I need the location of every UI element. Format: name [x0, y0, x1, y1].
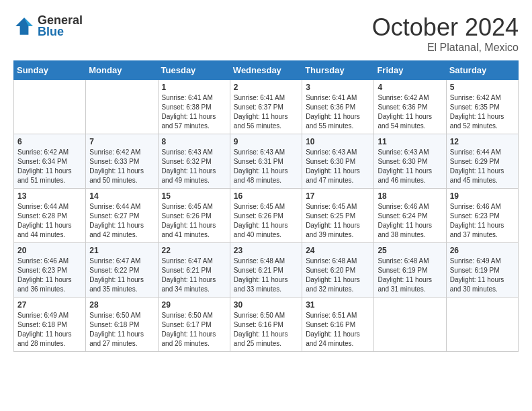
weekday-header-friday: Friday: [374, 61, 446, 80]
day-number: 29: [162, 300, 226, 310]
day-number: 22: [162, 246, 226, 255]
day-info: Sunrise: 6:42 AMSunset: 6:36 PMDaylight:…: [378, 93, 442, 131]
day-number: 27: [17, 300, 82, 310]
day-info: Sunrise: 6:50 AMSunset: 6:17 PMDaylight:…: [162, 311, 226, 349]
location: El Platanal, Mexico: [372, 42, 519, 54]
day-info: Sunrise: 6:41 AMSunset: 6:38 PMDaylight:…: [162, 93, 226, 131]
day-number: 15: [162, 191, 226, 201]
day-cell: 12Sunrise: 6:44 AMSunset: 6:29 PMDayligh…: [446, 134, 518, 189]
day-cell: 1Sunrise: 6:41 AMSunset: 6:38 PMDaylight…: [158, 80, 230, 134]
day-info: Sunrise: 6:46 AMSunset: 6:23 PMDaylight:…: [17, 257, 82, 294]
day-info: Sunrise: 6:49 AMSunset: 6:18 PMDaylight:…: [17, 311, 82, 349]
weekday-header-tuesday: Tuesday: [158, 61, 230, 80]
logo: General Blue: [13, 13, 83, 39]
day-info: Sunrise: 6:44 AMSunset: 6:29 PMDaylight:…: [450, 148, 515, 185]
day-cell: 21Sunrise: 6:47 AMSunset: 6:22 PMDayligh…: [86, 243, 158, 298]
day-number: 21: [89, 246, 154, 255]
day-cell: 6Sunrise: 6:42 AMSunset: 6:34 PMDaylight…: [14, 134, 86, 189]
day-number: 31: [306, 300, 370, 310]
day-info: Sunrise: 6:45 AMSunset: 6:26 PMDaylight:…: [234, 202, 298, 240]
weekday-header-monday: Monday: [86, 61, 158, 80]
day-cell: 11Sunrise: 6:43 AMSunset: 6:30 PMDayligh…: [374, 134, 446, 189]
day-info: Sunrise: 6:50 AMSunset: 6:18 PMDaylight:…: [89, 311, 154, 349]
day-number: 5: [450, 83, 515, 92]
weekday-header-row: SundayMondayTuesdayWednesdayThursdayFrid…: [14, 61, 519, 80]
week-row-2: 6Sunrise: 6:42 AMSunset: 6:34 PMDaylight…: [14, 134, 519, 189]
week-row-5: 27Sunrise: 6:49 AMSunset: 6:18 PMDayligh…: [14, 298, 519, 352]
day-number: 6: [17, 137, 82, 146]
day-number: 28: [89, 300, 154, 310]
day-info: Sunrise: 6:47 AMSunset: 6:22 PMDaylight:…: [89, 257, 154, 294]
day-number: 2: [234, 83, 298, 92]
weekday-header-saturday: Saturday: [446, 61, 518, 80]
day-info: Sunrise: 6:49 AMSunset: 6:19 PMDaylight:…: [450, 257, 515, 294]
day-number: 30: [234, 300, 298, 310]
day-number: 20: [17, 246, 82, 255]
day-cell: 10Sunrise: 6:43 AMSunset: 6:30 PMDayligh…: [302, 134, 374, 189]
day-info: Sunrise: 6:41 AMSunset: 6:37 PMDaylight:…: [234, 93, 298, 131]
day-cell: 3Sunrise: 6:41 AMSunset: 6:36 PMDaylight…: [302, 80, 374, 134]
day-cell: 25Sunrise: 6:48 AMSunset: 6:19 PMDayligh…: [374, 243, 446, 298]
day-number: 1: [162, 83, 226, 92]
day-info: Sunrise: 6:43 AMSunset: 6:30 PMDaylight:…: [378, 148, 442, 185]
logo-text: General Blue: [38, 13, 83, 39]
day-number: 25: [378, 246, 442, 255]
day-cell: 30Sunrise: 6:50 AMSunset: 6:16 PMDayligh…: [230, 298, 302, 352]
day-info: Sunrise: 6:48 AMSunset: 6:19 PMDaylight:…: [378, 257, 442, 294]
day-cell: 20Sunrise: 6:46 AMSunset: 6:23 PMDayligh…: [14, 243, 86, 298]
day-info: Sunrise: 6:43 AMSunset: 6:32 PMDaylight:…: [162, 148, 226, 185]
weekday-header-sunday: Sunday: [14, 61, 86, 80]
day-info: Sunrise: 6:46 AMSunset: 6:23 PMDaylight:…: [450, 202, 515, 240]
day-cell: 2Sunrise: 6:41 AMSunset: 6:37 PMDaylight…: [230, 80, 302, 134]
day-number: 8: [162, 137, 226, 146]
day-cell: [14, 80, 86, 134]
calendar-table: SundayMondayTuesdayWednesdayThursdayFrid…: [13, 60, 519, 352]
day-cell: 22Sunrise: 6:47 AMSunset: 6:21 PMDayligh…: [158, 243, 230, 298]
day-cell: [446, 298, 518, 352]
month-title: October 2024: [372, 13, 519, 42]
day-cell: 5Sunrise: 6:42 AMSunset: 6:35 PMDaylight…: [446, 80, 518, 134]
title-block: October 2024 El Platanal, Mexico: [372, 13, 519, 54]
day-number: 12: [450, 137, 515, 146]
day-info: Sunrise: 6:45 AMSunset: 6:25 PMDaylight:…: [306, 202, 370, 240]
day-info: Sunrise: 6:41 AMSunset: 6:36 PMDaylight:…: [306, 93, 370, 131]
day-cell: 4Sunrise: 6:42 AMSunset: 6:36 PMDaylight…: [374, 80, 446, 134]
weekday-header-wednesday: Wednesday: [230, 61, 302, 80]
day-info: Sunrise: 6:50 AMSunset: 6:16 PMDaylight:…: [234, 311, 298, 349]
day-cell: 16Sunrise: 6:45 AMSunset: 6:26 PMDayligh…: [230, 189, 302, 243]
day-number: 4: [378, 83, 442, 92]
day-info: Sunrise: 6:45 AMSunset: 6:26 PMDaylight:…: [162, 202, 226, 240]
day-info: Sunrise: 6:44 AMSunset: 6:27 PMDaylight:…: [89, 202, 154, 240]
day-number: 10: [306, 137, 370, 146]
day-cell: 14Sunrise: 6:44 AMSunset: 6:27 PMDayligh…: [86, 189, 158, 243]
day-number: 14: [89, 191, 154, 201]
day-cell: 18Sunrise: 6:46 AMSunset: 6:24 PMDayligh…: [374, 189, 446, 243]
day-cell: 15Sunrise: 6:45 AMSunset: 6:26 PMDayligh…: [158, 189, 230, 243]
day-cell: 27Sunrise: 6:49 AMSunset: 6:18 PMDayligh…: [14, 298, 86, 352]
day-info: Sunrise: 6:48 AMSunset: 6:21 PMDaylight:…: [234, 257, 298, 294]
day-number: 23: [234, 246, 298, 255]
day-info: Sunrise: 6:42 AMSunset: 6:33 PMDaylight:…: [89, 148, 154, 185]
day-number: 11: [378, 137, 442, 146]
day-cell: 26Sunrise: 6:49 AMSunset: 6:19 PMDayligh…: [446, 243, 518, 298]
day-number: 7: [89, 137, 154, 146]
week-row-1: 1Sunrise: 6:41 AMSunset: 6:38 PMDaylight…: [14, 80, 519, 134]
logo-icon: [13, 15, 35, 37]
day-cell: 29Sunrise: 6:50 AMSunset: 6:17 PMDayligh…: [158, 298, 230, 352]
week-row-3: 13Sunrise: 6:44 AMSunset: 6:28 PMDayligh…: [14, 189, 519, 243]
day-number: 24: [306, 246, 370, 255]
day-cell: 23Sunrise: 6:48 AMSunset: 6:21 PMDayligh…: [230, 243, 302, 298]
day-cell: 31Sunrise: 6:51 AMSunset: 6:16 PMDayligh…: [302, 298, 374, 352]
day-info: Sunrise: 6:48 AMSunset: 6:20 PMDaylight:…: [306, 257, 370, 294]
day-info: Sunrise: 6:42 AMSunset: 6:35 PMDaylight:…: [450, 93, 515, 131]
day-info: Sunrise: 6:47 AMSunset: 6:21 PMDaylight:…: [162, 257, 226, 294]
day-info: Sunrise: 6:43 AMSunset: 6:30 PMDaylight:…: [306, 148, 370, 185]
day-cell: 13Sunrise: 6:44 AMSunset: 6:28 PMDayligh…: [14, 189, 86, 243]
day-info: Sunrise: 6:51 AMSunset: 6:16 PMDaylight:…: [306, 311, 370, 349]
day-cell: [374, 298, 446, 352]
day-cell: [86, 80, 158, 134]
day-cell: 9Sunrise: 6:43 AMSunset: 6:31 PMDaylight…: [230, 134, 302, 189]
day-info: Sunrise: 6:42 AMSunset: 6:34 PMDaylight:…: [17, 148, 82, 185]
day-number: 16: [234, 191, 298, 201]
day-number: 9: [234, 137, 298, 146]
